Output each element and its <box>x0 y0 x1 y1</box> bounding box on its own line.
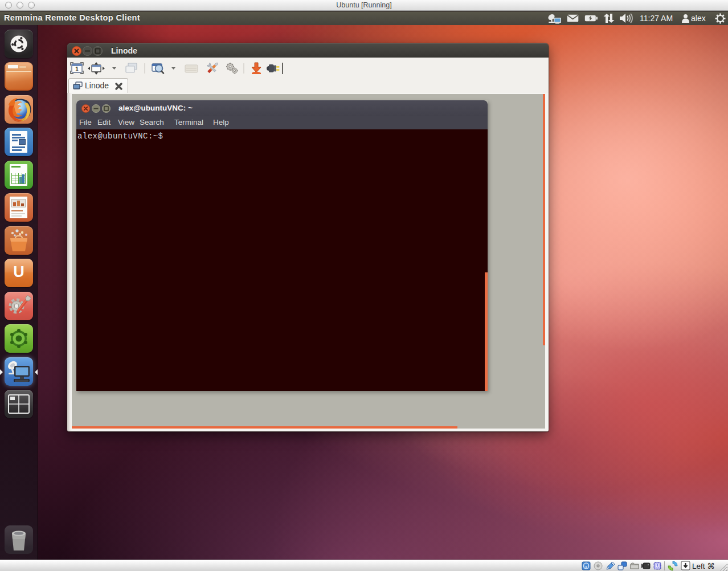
svg-text:1: 1 <box>75 66 79 72</box>
